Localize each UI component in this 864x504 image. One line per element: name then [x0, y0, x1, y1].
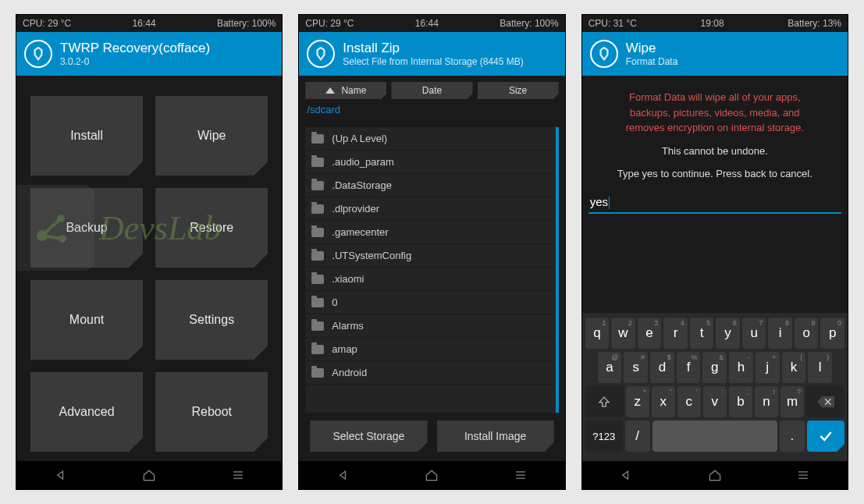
- key-sup: ": [670, 388, 672, 396]
- status-bar: CPU: 29 °C 16:44 Battery: 100%: [299, 15, 564, 32]
- key-k[interactable]: k(: [782, 352, 806, 383]
- file-row[interactable]: .dlprovider: [305, 197, 555, 221]
- key-f[interactable]: f%: [677, 352, 701, 383]
- status-time: 16:44: [133, 18, 156, 29]
- key-s[interactable]: s#: [624, 352, 648, 383]
- key-p[interactable]: p0: [820, 318, 844, 349]
- sort-name-button[interactable]: Name: [305, 82, 386, 99]
- nav-bar: [299, 461, 564, 489]
- main-content: Format Data will wipe all of your apps, …: [582, 76, 848, 461]
- sort-date-button[interactable]: Date: [391, 82, 472, 99]
- status-time: 16:44: [415, 18, 439, 29]
- file-row[interactable]: .UTSystemConfig: [305, 244, 555, 268]
- key-w[interactable]: w2: [611, 318, 635, 349]
- file-row[interactable]: .xiaomi: [305, 268, 555, 291]
- key-c[interactable]: c': [677, 386, 701, 417]
- key-d[interactable]: d$: [650, 352, 674, 383]
- file-row[interactable]: .gamecenter: [305, 221, 555, 244]
- backspace-key[interactable]: [806, 386, 844, 417]
- key-g[interactable]: g&: [702, 352, 727, 383]
- key-e[interactable]: e3: [638, 318, 662, 349]
- wipe-button[interactable]: Wipe: [155, 96, 268, 176]
- header-text: Wipe Format Data: [626, 41, 678, 67]
- key-i[interactable]: i8: [768, 318, 792, 349]
- file-list[interactable]: (Up A Level).audio_param.DataStorage.dlp…: [305, 127, 558, 413]
- file-row[interactable]: Android: [305, 361, 555, 385]
- key-y[interactable]: y6: [716, 318, 740, 349]
- key-z[interactable]: z*: [626, 386, 649, 417]
- key-q[interactable]: q1: [585, 318, 610, 349]
- key-h[interactable]: h-: [729, 352, 753, 383]
- warn-line-3: removes encryption on internal storage.: [596, 120, 834, 136]
- keyboard: q1w2e3r4t5y6u7i8o9p0 a@s#d$f%g&h-j+k(l) …: [582, 313, 848, 461]
- install-button[interactable]: Install: [30, 96, 143, 176]
- nav-home-icon[interactable]: [424, 467, 439, 483]
- screen-wipe-format: CPU: 31 °C 19:08 Battery: 13% Wipe Forma…: [581, 14, 848, 490]
- header-title: Wipe: [626, 41, 678, 56]
- mount-button[interactable]: Mount: [30, 280, 143, 360]
- select-storage-button[interactable]: Select Storage: [310, 421, 427, 452]
- header-subtitle: Select File from Internal Storage (8445 …: [343, 56, 523, 67]
- key-u[interactable]: u7: [742, 318, 766, 349]
- sort-size-button[interactable]: Size: [478, 82, 559, 99]
- confirm-input[interactable]: yes: [588, 192, 841, 214]
- prompt-text: Type yes to continue. Press back to canc…: [582, 160, 848, 192]
- period-key[interactable]: .: [780, 421, 805, 452]
- install-image-button[interactable]: Install Image: [437, 421, 554, 452]
- key-j[interactable]: j+: [756, 352, 780, 383]
- file-name: amap: [332, 343, 357, 355]
- file-row[interactable]: .DataStorage: [305, 174, 555, 197]
- nav-menu-icon[interactable]: [513, 467, 528, 483]
- file-row[interactable]: (Up A Level): [305, 127, 555, 151]
- key-sup: 0: [837, 319, 841, 327]
- input-value: yes: [590, 195, 608, 208]
- file-name: .gamecenter: [332, 226, 388, 238]
- nav-back-icon[interactable]: [336, 467, 351, 483]
- folder-icon: [311, 181, 324, 190]
- nav-bar: [16, 461, 282, 489]
- nav-home-icon[interactable]: [707, 467, 723, 483]
- key-o[interactable]: o9: [795, 318, 819, 349]
- file-name: Android: [332, 367, 367, 378]
- shift-key[interactable]: [585, 386, 624, 417]
- key-b[interactable]: b;: [729, 386, 752, 417]
- header-text: Install Zip Select File from Internal St…: [343, 41, 523, 67]
- key-t[interactable]: t5: [690, 318, 714, 349]
- key-a[interactable]: a@: [598, 352, 622, 383]
- sort-asc-icon: [325, 87, 335, 94]
- restore-button[interactable]: Restore: [155, 188, 268, 268]
- file-row[interactable]: Alarms: [305, 314, 555, 338]
- backup-button[interactable]: Backup: [30, 188, 143, 268]
- settings-button[interactable]: Settings: [155, 280, 268, 360]
- nav-menu-icon[interactable]: [795, 467, 811, 483]
- file-row[interactable]: 0: [305, 291, 555, 314]
- key-n[interactable]: n!: [755, 386, 778, 417]
- file-name: Alarms: [332, 320, 363, 332]
- nav-menu-icon[interactable]: [230, 467, 246, 483]
- spacebar-key[interactable]: [652, 421, 777, 452]
- advanced-button[interactable]: Advanced: [30, 372, 143, 452]
- key-v[interactable]: v:: [703, 386, 727, 417]
- nav-back-icon[interactable]: [53, 467, 69, 483]
- key-x[interactable]: x": [652, 386, 675, 417]
- key-sup: 4: [681, 319, 684, 327]
- file-row[interactable]: amap: [305, 338, 555, 361]
- key-r[interactable]: r4: [663, 318, 688, 349]
- nav-back-icon[interactable]: [618, 467, 634, 483]
- key-m[interactable]: m?: [780, 386, 804, 417]
- key-sup: @: [611, 353, 618, 361]
- nav-home-icon[interactable]: [141, 467, 157, 483]
- enter-key[interactable]: [807, 421, 844, 452]
- key-sup: 1: [602, 319, 606, 327]
- folder-icon: [311, 321, 324, 331]
- file-name: .UTSystemConfig: [332, 250, 411, 261]
- numswitch-key[interactable]: ?123: [585, 421, 623, 452]
- key-l[interactable]: l): [808, 352, 832, 383]
- header-text: TWRP Recovery(cofface) 3.0.2-0: [60, 41, 210, 67]
- status-battery: Battery: 100%: [500, 18, 558, 29]
- slash-key[interactable]: /: [625, 421, 650, 452]
- folder-icon: [311, 134, 324, 144]
- key-sup: ;: [747, 388, 749, 396]
- reboot-button[interactable]: Reboot: [155, 372, 268, 452]
- file-row[interactable]: .audio_param: [305, 151, 555, 174]
